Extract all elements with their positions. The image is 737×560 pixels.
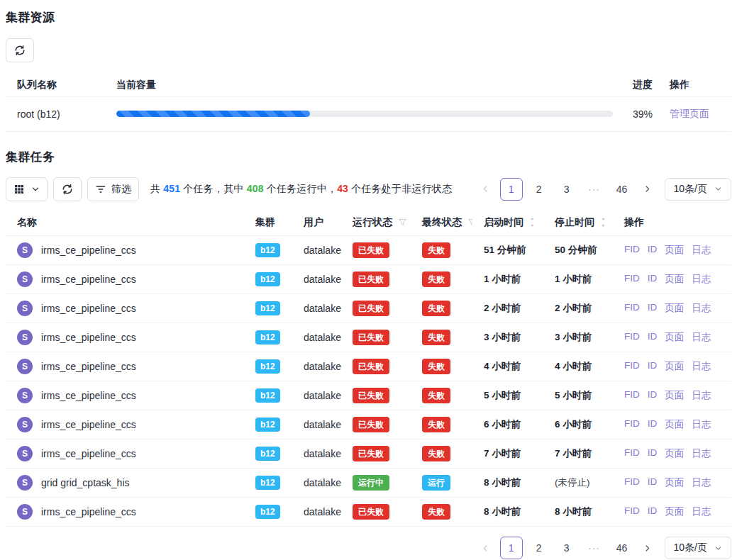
id-link[interactable]: ID xyxy=(648,418,658,431)
layout-select-button[interactable] xyxy=(6,177,48,201)
column-label: 启动时间 xyxy=(484,216,523,229)
column-label: 名称 xyxy=(17,216,37,229)
stop-time: 8 小时前 xyxy=(555,506,592,517)
log-link[interactable]: 日志 xyxy=(692,476,711,489)
funnel-icon[interactable] xyxy=(398,218,407,227)
fid-link[interactable]: FID xyxy=(624,302,640,315)
log-link[interactable]: 日志 xyxy=(692,273,711,286)
page-size-select[interactable]: 10条/页 xyxy=(665,178,731,201)
pagination-prev-button[interactable] xyxy=(477,537,495,559)
col-7: 停止时间 xyxy=(543,210,613,236)
pagination-page-46[interactable]: 46 xyxy=(611,178,633,201)
page-link[interactable]: 页面 xyxy=(665,360,684,373)
sorter-icon[interactable] xyxy=(529,217,536,228)
task-row: Sgrid grid_cptask_hisb12datalake运行中运行8 小… xyxy=(6,469,731,498)
grid-view-icon xyxy=(13,184,25,195)
pagination-page-46[interactable]: 46 xyxy=(611,537,633,559)
stop-time: 7 小时前 xyxy=(555,448,592,459)
resources-table: 队列名称 当前容量 进度 操作 root (b12)39%管理页面 xyxy=(6,74,731,132)
pagination-page-1[interactable]: 1 xyxy=(500,178,523,201)
id-link[interactable]: ID xyxy=(648,476,658,489)
fid-link[interactable]: FID xyxy=(624,418,640,431)
page-link[interactable]: 页面 xyxy=(665,447,684,460)
summary-text: 个任务，其中 xyxy=(180,183,246,194)
task-name: irms_ce_pipeline_ccs xyxy=(41,245,136,256)
page-size-select[interactable]: 10条/页 xyxy=(665,537,731,559)
id-link[interactable]: ID xyxy=(648,244,658,257)
pagination-page-1[interactable]: 1 xyxy=(500,537,523,559)
resources-refresh-button[interactable] xyxy=(6,38,34,62)
pagination-bottom: 123···4610条/页 xyxy=(6,537,731,559)
filter-button[interactable]: 筛选 xyxy=(87,177,139,201)
fid-link[interactable]: FID xyxy=(624,389,640,402)
stop-time: 5 小时前 xyxy=(555,390,592,401)
page-link[interactable]: 页面 xyxy=(665,302,684,315)
id-link[interactable]: ID xyxy=(648,331,658,344)
chevron-down-icon xyxy=(31,185,40,194)
start-time: 3 小时前 xyxy=(484,332,521,342)
funnel-icon[interactable] xyxy=(467,218,472,227)
pagination-next-button[interactable] xyxy=(638,178,657,201)
task-avatar: S xyxy=(17,504,33,520)
page-link[interactable]: 页面 xyxy=(665,418,684,431)
summary-total-count: 451 xyxy=(163,183,180,194)
cluster-tag: b12 xyxy=(255,359,280,374)
id-link[interactable]: ID xyxy=(648,505,658,518)
pagination-next-button[interactable] xyxy=(638,537,657,559)
log-link[interactable]: 日志 xyxy=(692,244,711,257)
pagination-page-3[interactable]: 3 xyxy=(555,537,578,559)
refresh-icon xyxy=(14,45,26,56)
fid-link[interactable]: FID xyxy=(624,476,640,489)
task-user: datalake xyxy=(292,381,341,410)
page-link[interactable]: 页面 xyxy=(665,273,684,286)
log-link[interactable]: 日志 xyxy=(692,389,711,402)
fid-link[interactable]: FID xyxy=(624,447,640,460)
resources-header-row: 队列名称 当前容量 进度 操作 xyxy=(6,74,731,96)
id-link[interactable]: ID xyxy=(648,389,658,402)
page-link[interactable]: 页面 xyxy=(665,331,684,344)
log-link[interactable]: 日志 xyxy=(692,447,711,460)
cluster-tag: b12 xyxy=(255,447,280,461)
page-link[interactable]: 页面 xyxy=(665,505,684,518)
final-status-badge: 运行 xyxy=(422,475,450,491)
id-link[interactable]: ID xyxy=(648,447,658,460)
id-link[interactable]: ID xyxy=(648,360,658,373)
log-link[interactable]: 日志 xyxy=(692,505,711,518)
manage-page-link[interactable]: 管理页面 xyxy=(670,108,709,119)
run-status-badge: 已失败 xyxy=(353,359,389,374)
task-user: datalake xyxy=(292,439,341,469)
log-link[interactable]: 日志 xyxy=(692,418,711,431)
page-link[interactable]: 页面 xyxy=(665,389,684,402)
fid-link[interactable]: FID xyxy=(624,360,640,373)
id-link[interactable]: ID xyxy=(648,273,658,286)
sorter-icon[interactable] xyxy=(600,217,606,228)
cluster-tag: b12 xyxy=(255,330,280,345)
log-link[interactable]: 日志 xyxy=(692,360,711,373)
pagination-page-2[interactable]: 2 xyxy=(528,178,550,201)
col-progress: 进度 xyxy=(624,74,663,96)
pagination-ellipsis: ··· xyxy=(583,537,606,559)
run-status-badge: 已失败 xyxy=(353,301,389,316)
capacity-progress-bar xyxy=(116,111,613,117)
task-name: irms_ce_pipeline_ccs xyxy=(41,448,136,459)
page-link[interactable]: 页面 xyxy=(665,476,684,489)
stop-time: 6 小时前 xyxy=(555,419,592,430)
task-row: Sirms_ce_pipeline_ccsb12datalake已失败失败6 小… xyxy=(6,410,731,439)
fid-link[interactable]: FID xyxy=(624,505,640,518)
fid-link[interactable]: FID xyxy=(624,331,640,344)
summary-running-count: 408 xyxy=(247,183,264,194)
pagination-prev-button[interactable] xyxy=(477,178,495,201)
fid-link[interactable]: FID xyxy=(624,273,640,286)
fid-link[interactable]: FID xyxy=(624,244,640,257)
tasks-refresh-button[interactable] xyxy=(53,177,82,201)
pagination-page-3[interactable]: 3 xyxy=(555,178,578,201)
page-link[interactable]: 页面 xyxy=(665,244,684,257)
pagination-page-2[interactable]: 2 xyxy=(528,537,550,559)
log-link[interactable]: 日志 xyxy=(692,302,711,315)
task-row: Sirms_ce_pipeline_ccsb12datalake已失败失败1 小… xyxy=(6,265,731,294)
log-link[interactable]: 日志 xyxy=(692,331,711,344)
start-time: 4 小时前 xyxy=(484,361,521,371)
task-avatar: S xyxy=(17,330,33,345)
id-link[interactable]: ID xyxy=(648,302,658,315)
capacity-cell xyxy=(105,96,624,131)
